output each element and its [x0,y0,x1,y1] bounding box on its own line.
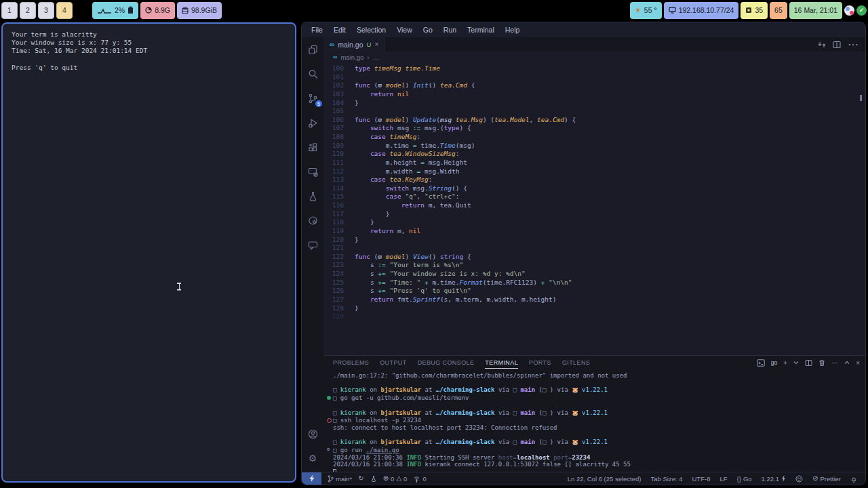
code-line: 107 switch msg := msg.(type) { [323,124,865,133]
tray-check-icon[interactable]: ✓ [856,5,867,16]
run-debug-icon[interactable] [306,116,319,129]
tab-close-icon[interactable]: × [374,41,378,48]
panel-tab-output[interactable]: OUTPUT [380,357,406,368]
code-text [355,107,359,116]
toggle-changes-icon[interactable] [818,41,826,49]
menu-file[interactable]: File [306,26,328,34]
code-line: 126 s += "Press 'q' to quit\n" [323,287,865,296]
code-line: 128} [323,304,865,313]
status-misc-icon[interactable] [370,475,377,483]
git-branch-indicator[interactable]: main* [328,475,352,483]
alacritty-terminal-window[interactable]: Your term is alacrittyYour window size i… [1,22,296,483]
split-terminal-icon[interactable] [805,359,812,367]
tab-main-go[interactable]: ∞ main.go U × [323,37,385,52]
breadcrumb-separator: › [367,54,369,61]
code-line: 105 [323,107,865,116]
terminal-line: Your window size is x: 77 y: 55 [12,39,286,47]
more-actions-icon[interactable]: ⋯ [848,38,859,51]
close-panel-icon[interactable]: × [856,359,860,367]
go-version[interactable]: 1.22.1 [762,475,786,483]
code-text: case tea.KeyMsg: [355,176,432,184]
maximize-panel-icon[interactable] [844,361,850,365]
menu-selection[interactable]: Selection [351,26,391,34]
code-line: 120} [323,236,865,245]
code-line: 102func (m model) Init() tea.Cmd { [323,81,865,90]
workspace-button-4[interactable]: 4 [56,2,73,19]
remote-indicator[interactable] [302,472,321,485]
panel-tab-terminal[interactable]: TERMINAL [485,357,518,369]
testing-icon[interactable] [306,189,319,203]
terminal-panel-line [323,468,865,472]
split-editor-icon[interactable] [833,41,841,49]
line-number: 114 [323,184,344,193]
code-line: 110 case tea.WindowSizeMsg: [323,150,865,159]
breadcrumb-more[interactable]: … [372,54,379,61]
code-editor[interactable]: 100type timeMsg time.Time101 102func (m … [323,62,865,355]
language-mode[interactable]: {} Go [737,475,752,483]
code-text: s := "Your term is %s\n" [355,261,463,270]
menu-go[interactable]: Go [418,26,438,34]
workspace-button-2[interactable]: 2 [20,2,36,19]
scrollbar-marker[interactable] [860,95,862,101]
extension-circle-icon[interactable] [306,214,319,227]
kill-terminal-icon[interactable] [818,359,825,367]
breadcrumb-go-icon: ∞ [333,54,337,60]
comments-icon[interactable] [306,238,319,251]
feedback-smiley-icon[interactable] [795,475,803,483]
account-icon[interactable] [306,427,319,441]
search-icon[interactable] [306,67,319,81]
panel-tab-debug-console[interactable]: DEBUG CONSOLE [418,357,475,368]
menu-bar: FileEditSelectionViewGoRunTerminalHelp [302,22,865,37]
breadcrumb[interactable]: ∞ main.go › … [323,52,865,62]
source-control-icon[interactable]: 5 [306,92,319,105]
remote-explorer-icon[interactable] [306,165,319,178]
code-text [355,244,359,253]
notifications-bell-icon[interactable] [850,475,857,483]
terminal-profile-icon[interactable] [757,359,765,367]
workspace-button-1[interactable]: 1 [1,2,18,19]
sync-icon[interactable]: ↻ [358,475,363,482]
explorer-icon[interactable] [306,43,319,56]
terminal-profile-label[interactable]: go [771,359,777,366]
workspace-button-3[interactable]: 3 [38,2,54,19]
command-decoration-ok[interactable] [327,396,331,400]
command-decoration-run[interactable]: ⚙ [327,447,330,452]
panel-tab-gitlens[interactable]: GITLENS [562,357,590,368]
network-badge: 192.168.10.77/24 [664,2,739,19]
integrated-terminal[interactable]: ./main.go:17:2: "github.com/charmbracele… [323,369,865,472]
code-line: 119 return m, nil [323,227,865,236]
new-terminal-icon[interactable]: + [783,359,787,367]
code-text [355,312,359,321]
go-version-value: 1.22.1 [762,475,779,483]
warnings-icon: △ [396,475,401,482]
menu-view[interactable]: View [391,26,418,34]
errors-count: 0 [391,475,394,483]
menu-edit[interactable]: Edit [328,26,351,34]
code-line: 109 m.time = time.Time(msg) [323,142,865,150]
menu-run[interactable]: Run [438,26,462,34]
cursor-position[interactable]: Ln 22, Col 6 (25 selected) [568,475,642,483]
command-decoration-err[interactable] [327,418,332,423]
memory-value: 8.9G [155,6,170,14]
menu-terminal[interactable]: Terminal [462,26,500,34]
problems-indicator[interactable]: ⊗ 0 △ 0 [383,475,408,483]
settings-gear-icon[interactable]: ⚙ [306,451,319,465]
extensions-icon[interactable] [306,140,319,154]
ports-indicator[interactable]: 0 [413,475,426,483]
menu-help[interactable]: Help [500,26,526,34]
breadcrumb-file[interactable]: main.go [340,54,363,61]
panel-tab-problems[interactable]: PROBLEMS [333,357,369,368]
panel-more-icon[interactable]: ⋯ [831,359,838,367]
profile-dropdown-icon[interactable] [793,361,799,365]
code-text: return m, nil [355,227,420,236]
terminal-line: Your term is alacritty [12,30,286,39]
encoding[interactable]: UTF-8 [692,475,711,483]
prettier-indicator[interactable]: ⊘ Prettier [812,475,841,483]
code-text: m.height = msg.Height [355,159,467,167]
code-text: case tea.WindowSizeMsg: [355,150,459,159]
panel-tab-ports[interactable]: PORTS [529,357,551,368]
tab-size[interactable]: Tab Size: 4 [651,475,683,483]
tray-app-icon[interactable] [844,5,854,16]
eol[interactable]: LF [719,475,727,483]
line-number: 107 [323,124,344,133]
